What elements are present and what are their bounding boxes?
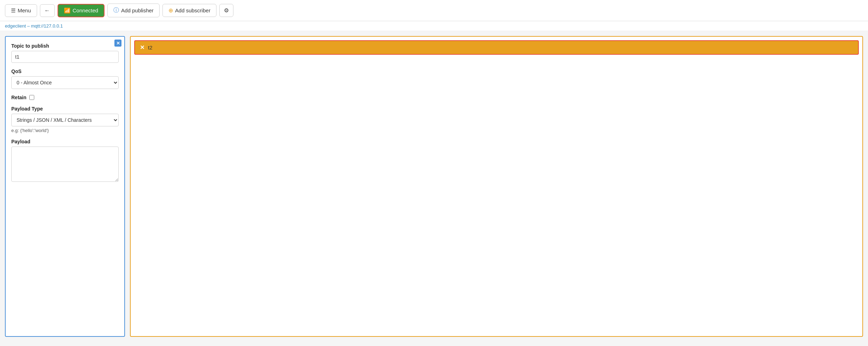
menu-label: Menu <box>18 7 31 13</box>
qos-select[interactable]: 0 - Almost Once 1 - At Least Once 2 - Ex… <box>11 76 119 89</box>
breadcrumb-text: edgeclient – mqtt://127.0.0.1 <box>5 23 63 29</box>
subscriber-panel: ✕ t2 <box>130 36 863 337</box>
add-subscriber-label: Add subscriber <box>175 7 210 13</box>
subscriber-topic-row: ✕ t2 <box>134 40 859 55</box>
qos-group: QoS 0 - Almost Once 1 - At Least Once 2 … <box>11 68 119 89</box>
retain-group: Retain <box>11 95 119 100</box>
payload-input[interactable] <box>11 147 119 182</box>
back-button[interactable]: ← <box>40 4 55 17</box>
add-subscriber-icon: ⊕ <box>168 7 173 14</box>
add-publisher-icon: ⓘ <box>113 7 119 14</box>
subscriber-topic-name: t2 <box>148 44 153 50</box>
menu-button[interactable]: Menu <box>5 4 37 17</box>
payload-type-label: Payload Type <box>11 106 119 112</box>
topic-label: Topic to publish <box>11 43 119 49</box>
topic-input[interactable] <box>11 51 119 63</box>
payload-hint: e.g: {'hello':'world'} <box>11 128 119 133</box>
back-icon: ← <box>44 7 50 14</box>
add-subscriber-button[interactable]: ⊕ Add subscriber <box>162 4 216 17</box>
connected-button[interactable]: 📶 Connected <box>58 4 105 17</box>
add-publisher-button[interactable]: ⓘ Add publisher <box>107 4 160 17</box>
retain-checkbox[interactable] <box>29 95 34 100</box>
connected-label: Connected <box>73 7 99 13</box>
signal-icon: 📶 <box>64 7 71 14</box>
retain-label: Retain <box>11 95 26 100</box>
menu-icon <box>11 7 16 14</box>
payload-type-group: Payload Type Strings / JSON / XML / Char… <box>11 106 119 133</box>
toolbar: Menu ← 📶 Connected ⓘ Add publisher ⊕ Add… <box>0 0 868 21</box>
breadcrumb: edgeclient – mqtt://127.0.0.1 <box>0 21 868 31</box>
main-content: ✕ Topic to publish QoS 0 - Almost Once 1… <box>0 31 868 342</box>
close-icon: ✕ <box>116 41 120 46</box>
qos-label: QoS <box>11 68 119 74</box>
payload-type-select[interactable]: Strings / JSON / XML / Characters Base64… <box>11 114 119 126</box>
settings-button[interactable]: ⚙ <box>219 4 233 17</box>
payload-label: Payload <box>11 139 119 144</box>
gear-icon: ⚙ <box>224 7 229 14</box>
subscriber-topic-close-button[interactable]: ✕ <box>140 45 144 50</box>
publisher-panel: ✕ Topic to publish QoS 0 - Almost Once 1… <box>5 36 125 337</box>
add-publisher-label: Add publisher <box>121 7 154 13</box>
publisher-close-button[interactable]: ✕ <box>114 40 121 47</box>
payload-group: Payload <box>11 139 119 183</box>
topic-group: Topic to publish <box>11 43 119 63</box>
